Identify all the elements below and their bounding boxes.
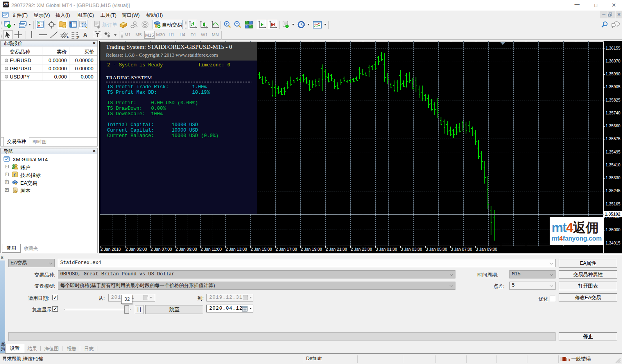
svg-text:F: F <box>77 36 79 39</box>
svg-text:E: E <box>67 35 69 39</box>
